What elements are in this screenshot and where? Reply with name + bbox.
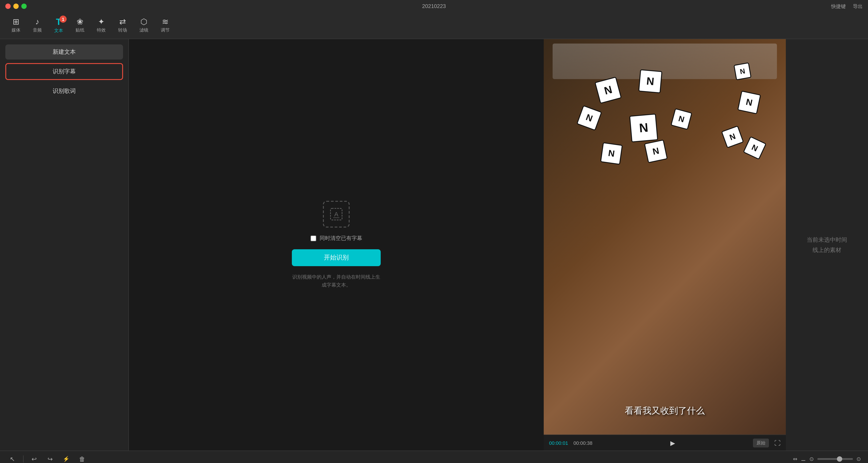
split-button[interactable]: ⚡ bbox=[61, 454, 71, 463]
clear-subtitle-label: 同时清空已有字幕 bbox=[320, 235, 362, 242]
zoom-link-icon[interactable]: ⇔ bbox=[793, 456, 797, 462]
left-panel: 新建文本 识别字幕 识别歌词 bbox=[0, 39, 129, 451]
text-label: 文本 bbox=[54, 28, 63, 34]
clear-existing-row: 同时清空已有字幕 bbox=[310, 235, 362, 242]
toolbar-item-text[interactable]: 1 T 文本 bbox=[50, 15, 67, 36]
delete-button[interactable]: 🗑 bbox=[77, 454, 88, 463]
toolbar-item-transition[interactable]: ⇄ 转场 bbox=[114, 15, 131, 36]
video-controls: 00:00:01 00:00:38 ▶ 原始 ⛶ bbox=[544, 435, 786, 451]
zoom-snap-icon[interactable]: ⚊ bbox=[801, 456, 806, 462]
close-button[interactable] bbox=[5, 4, 11, 9]
svg-text:A: A bbox=[334, 211, 339, 218]
adjust-label: 调节 bbox=[161, 27, 170, 33]
notion-block-11: N bbox=[743, 136, 767, 160]
sticker-label: 贴纸 bbox=[75, 27, 84, 33]
toolbar-item-adjust[interactable]: ≋ 调节 bbox=[156, 15, 174, 36]
current-time: 00:00:01 bbox=[549, 440, 568, 445]
toolbar-item-sticker[interactable]: ❀ 贴纸 bbox=[71, 15, 89, 36]
filter-icon: ⬡ bbox=[141, 18, 148, 26]
export-label[interactable]: 导出 bbox=[853, 3, 863, 9]
fullscreen-button[interactable]: ⛶ bbox=[774, 439, 780, 446]
minimize-button[interactable] bbox=[13, 4, 19, 9]
window-controls[interactable] bbox=[5, 4, 27, 9]
zoom-slider[interactable] bbox=[817, 458, 853, 460]
zoom-in-icon[interactable]: ⊙ bbox=[857, 456, 861, 462]
notion-block-6: N bbox=[629, 114, 658, 143]
text-placeholder-icon: A bbox=[323, 201, 350, 227]
new-text-button[interactable]: 新建文本 bbox=[5, 44, 123, 60]
effects-icon: ✦ bbox=[98, 18, 104, 26]
lyrics-recognition-button[interactable]: 识别歌词 bbox=[5, 84, 123, 99]
redo-button[interactable]: ↪ bbox=[45, 454, 56, 463]
audio-label: 音频 bbox=[33, 27, 42, 33]
adjust-icon: ≋ bbox=[162, 18, 168, 26]
notion-block-5: N bbox=[577, 105, 602, 131]
undo-button[interactable]: ↩ bbox=[29, 454, 39, 463]
notion-block-8: N bbox=[721, 126, 744, 148]
play-button[interactable]: ▶ bbox=[670, 439, 675, 446]
video-preview-area: N N N N N N N N N N N 看看我又收到了什么 00:00:01… bbox=[544, 39, 786, 451]
titlebar: 20210223 快捷键 导出 bbox=[0, 0, 868, 12]
shortcut-label[interactable]: 快捷键 bbox=[831, 3, 846, 9]
notion-block-4: N bbox=[737, 91, 761, 115]
select-tool-button[interactable]: ↖ bbox=[7, 454, 18, 463]
total-time: 00:00:38 bbox=[574, 440, 593, 445]
media-icon: ⊞ bbox=[13, 18, 19, 26]
notion-block-3: N bbox=[734, 62, 751, 80]
media-label: 媒体 bbox=[11, 27, 21, 33]
titlebar-actions: 快捷键 导出 bbox=[831, 3, 863, 9]
timeline-area: ↖ ↩ ↪ ⚡ 🗑 ⇔ ⚊ ⊙ ⊙ ◀ 00:00 00:02 bbox=[0, 451, 868, 463]
transition-icon: ⇄ bbox=[119, 18, 126, 26]
window-title: 20210223 bbox=[422, 3, 446, 9]
maximize-button[interactable] bbox=[21, 4, 27, 9]
zoom-controls: ⇔ ⚊ ⊙ ⊙ bbox=[793, 456, 861, 462]
toolbar-item-media[interactable]: ⊞ 媒体 bbox=[7, 15, 25, 36]
recognition-description: 识别视频中的人声，并自动在时间线上生成字幕文本。 bbox=[292, 273, 381, 289]
notion-block-7: N bbox=[671, 108, 692, 130]
toolbar-item-effects[interactable]: ✦ 特效 bbox=[92, 15, 110, 36]
audio-icon: ♪ bbox=[35, 18, 39, 26]
video-container: N N N N N N N N N N N 看看我又收到了什么 bbox=[544, 39, 786, 435]
video-frame: N N N N N N N N N N N 看看我又收到了什么 bbox=[544, 39, 786, 435]
toolbar-item-audio[interactable]: ♪ 音频 bbox=[28, 15, 46, 36]
toolbar-item-filter[interactable]: ⬡ 滤镜 bbox=[135, 15, 153, 36]
main-area: 新建文本 识别字幕 识别歌词 A 同时清空已有字幕 开始识别 识别视频中的人声，… bbox=[0, 39, 868, 451]
recognition-panel: A 同时清空已有字幕 开始识别 识别视频中的人声，并自动在时间线上生成字幕文本。 bbox=[129, 39, 544, 451]
start-recognition-button[interactable]: 开始识别 bbox=[292, 249, 381, 266]
timeline-toolbar: ↖ ↩ ↪ ⚡ 🗑 ⇔ ⚊ ⊙ ⊙ bbox=[0, 451, 868, 463]
notion-block-9: N bbox=[600, 142, 623, 165]
no-selection-text: 当前未选中时间线上的素材 bbox=[807, 235, 847, 255]
transition-label: 转场 bbox=[118, 27, 127, 33]
text-badge: 1 bbox=[60, 16, 67, 23]
notion-block-10: N bbox=[644, 140, 668, 163]
right-panel: 当前未选中时间线上的素材 bbox=[786, 39, 868, 451]
subtitle-overlay: 看看我又收到了什么 bbox=[544, 405, 786, 417]
sticker-icon: ❀ bbox=[76, 18, 83, 26]
subtitle-recognition-button[interactable]: 识别字幕 bbox=[5, 63, 123, 80]
notion-block-1: N bbox=[595, 76, 622, 104]
effects-label: 特效 bbox=[97, 27, 106, 33]
zoom-fit-icon[interactable]: ⊙ bbox=[809, 456, 814, 462]
original-button[interactable]: 原始 bbox=[753, 438, 769, 447]
main-toolbar: ⊞ 媒体 ♪ 音频 1 T 文本 ❀ 贴纸 ✦ 特效 ⇄ 转场 ⬡ 滤镜 ≋ 调… bbox=[0, 12, 868, 39]
clear-subtitle-checkbox[interactable] bbox=[310, 236, 316, 241]
notion-block-2: N bbox=[638, 69, 662, 93]
zoom-thumb[interactable] bbox=[837, 456, 842, 461]
filter-label: 滤镜 bbox=[140, 27, 148, 33]
